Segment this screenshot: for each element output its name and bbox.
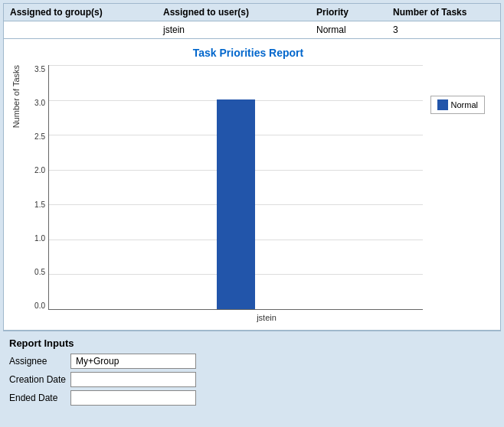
x-labels: jstein [48,310,485,322]
input-row-ended-date: Ended Date [9,390,495,406]
col-header-group: Assigned to group(s) [4,4,157,21]
bars-area [48,65,423,310]
input-row-creation-date: Creation Date [9,372,495,387]
col-header-priority: Priority [310,4,387,21]
col-header-user: Assigned to user(s) [157,4,310,21]
report-inputs-title: Report Inputs [9,337,495,349]
report-inputs-section: Report Inputs Assignee Creation Date End… [3,331,501,412]
bar-group [217,99,255,309]
input-creation-date[interactable] [70,372,196,387]
y-ticks: 0.0 0.5 1.0 1.5 2.0 2.5 3.0 3.5 [24,65,45,310]
cell-group [4,21,157,38]
input-row-assignee: Assignee [9,354,495,369]
chart-title: Task Priorities Report [11,47,485,59]
legend-label-normal: Normal [451,100,478,109]
legend-color-normal [437,99,448,110]
cell-tasks: 3 [387,21,479,38]
table-header: Assigned to group(s) Assigned to user(s)… [3,3,501,21]
grid-line [49,65,423,66]
label-creation-date: Creation Date [9,374,70,385]
cell-user: jstein [157,21,310,38]
chart-legend: Normal [430,96,485,114]
y-tick: 1.5 [24,200,45,209]
label-ended-date: Ended Date [9,393,70,403]
y-axis-label: Number of Tasks [11,65,21,128]
table-row: jstein Normal 3 [3,21,501,38]
page-container: Assigned to group(s) Assigned to user(s)… [0,0,504,415]
y-tick: 3.0 [24,99,45,107]
x-label-jstein: jstein [257,313,277,322]
bar-jstein [217,99,255,309]
y-tick: 2.0 [24,166,45,174]
y-tick: 1.0 [24,234,45,243]
col-header-tasks: Number of Tasks [387,4,479,21]
y-tick: 0.0 [24,302,45,310]
label-assignee: Assignee [9,356,70,367]
chart-section: Task Priorities Report Number of Tasks 0… [3,38,501,331]
y-tick: 3.5 [24,65,45,73]
input-assignee[interactable] [70,354,196,369]
input-ended-date[interactable] [70,390,196,406]
y-tick: 2.5 [24,132,45,141]
y-tick: 0.5 [24,268,45,276]
cell-priority: Normal [310,21,387,38]
